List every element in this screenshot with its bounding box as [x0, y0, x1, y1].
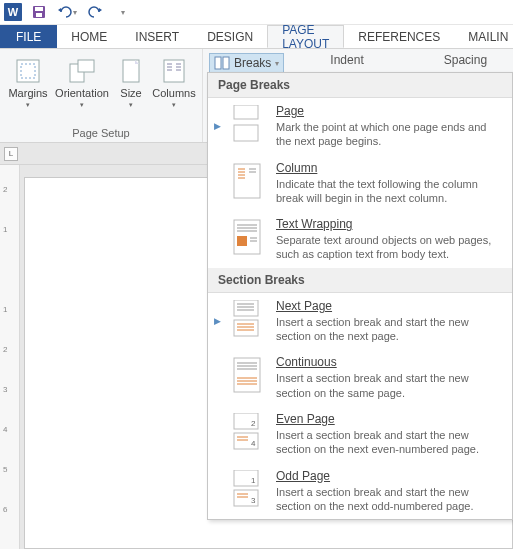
svg-text:1: 1 — [251, 476, 256, 485]
page-break-icon — [230, 104, 266, 144]
undo-icon — [57, 5, 73, 19]
ruler-tick: 6 — [3, 505, 7, 514]
word-icon: W — [4, 3, 22, 21]
svg-rect-3 — [17, 60, 39, 82]
break-option-next-page[interactable]: ▶ Next PageInsert a section break and st… — [208, 293, 512, 350]
next-page-icon — [230, 299, 266, 339]
break-option-odd-page[interactable]: 13 Odd PageInsert a section break and st… — [208, 463, 512, 520]
column-break-icon — [230, 161, 266, 201]
option-desc: Insert a section break and start the new… — [276, 315, 504, 344]
dropdown-header-section-breaks: Section Breaks — [208, 268, 512, 293]
svg-rect-16 — [223, 57, 229, 69]
break-option-text-wrapping[interactable]: Text WrappingSeparate text around object… — [208, 211, 512, 268]
orientation-icon — [66, 57, 98, 85]
tab-selector-button[interactable]: L — [4, 147, 18, 161]
save-icon — [32, 5, 46, 19]
svg-rect-18 — [234, 125, 258, 141]
caret-down-icon: ▾ — [80, 101, 84, 109]
orientation-button[interactable]: Orientation ▾ — [54, 53, 110, 125]
redo-icon — [87, 5, 103, 19]
caret-down-icon: ▾ — [172, 101, 176, 109]
size-label: Size — [120, 87, 141, 99]
ruler-tick: 4 — [3, 425, 7, 434]
margins-icon — [12, 57, 44, 85]
option-title: Text Wrapping — [276, 217, 504, 231]
svg-rect-15 — [215, 57, 221, 69]
break-option-column[interactable]: ColumnIndicate that the text following t… — [208, 155, 512, 212]
option-title: Odd Page — [276, 469, 504, 483]
columns-label: Columns — [152, 87, 195, 99]
svg-rect-1 — [35, 7, 43, 11]
svg-rect-37 — [234, 320, 258, 336]
selection-arrow-icon: ▶ — [214, 299, 220, 344]
option-title: Page — [276, 104, 504, 118]
margins-label: Margins — [8, 87, 47, 99]
option-desc: Insert a section break and start the new… — [276, 371, 504, 400]
breaks-button[interactable]: Breaks ▾ — [209, 53, 284, 73]
option-title: Continuous — [276, 355, 504, 369]
continuous-icon — [230, 355, 266, 395]
svg-rect-17 — [234, 105, 258, 119]
orientation-label: Orientation — [55, 87, 109, 99]
caret-down-icon: ▾ — [26, 101, 30, 109]
quick-access-toolbar: W ▾ ▾ — [0, 0, 513, 25]
vertical-ruler[interactable]: 2 1 1 2 3 4 5 6 — [0, 165, 20, 549]
columns-button[interactable]: Columns ▾ — [152, 53, 196, 125]
tab-home[interactable]: HOME — [57, 25, 121, 48]
size-icon — [115, 57, 147, 85]
break-option-even-page[interactable]: 24 Even PageInsert a section break and s… — [208, 406, 512, 463]
break-option-page[interactable]: ▶ PageMark the point at which one page e… — [208, 98, 512, 155]
option-desc: Indicate that the text following the col… — [276, 177, 504, 206]
ruler-tick: 5 — [3, 465, 7, 474]
tab-page-layout[interactable]: PAGE LAYOUT — [267, 25, 344, 48]
ruler-tick: 1 — [3, 305, 7, 314]
ribbon-tabs: FILE HOME INSERT DESIGN PAGE LAYOUT REFE… — [0, 25, 513, 49]
save-button[interactable] — [28, 2, 50, 22]
ribbon: Margins ▾ Orientation ▾ Size ▾ Columns ▾… — [0, 49, 513, 143]
tab-file[interactable]: FILE — [0, 25, 57, 48]
ruler-tick: 1 — [3, 225, 7, 234]
tab-mailings[interactable]: MAILIN — [454, 25, 513, 48]
caret-down-icon: ▾ — [275, 59, 279, 68]
redo-button[interactable] — [84, 2, 106, 22]
option-title: Column — [276, 161, 504, 175]
tab-design[interactable]: DESIGN — [193, 25, 267, 48]
tab-insert[interactable]: INSERT — [121, 25, 193, 48]
option-desc: Insert a section break and start the new… — [276, 428, 504, 457]
text-wrapping-icon — [230, 217, 266, 257]
breaks-icon — [214, 56, 230, 70]
ruler-tick: 3 — [3, 385, 7, 394]
caret-down-icon: ▾ — [73, 8, 77, 17]
svg-text:2: 2 — [251, 419, 256, 428]
option-desc: Mark the point at which one page ends an… — [276, 120, 504, 149]
even-page-icon: 24 — [230, 412, 266, 452]
group-page-setup: Margins ▾ Orientation ▾ Size ▾ Columns ▾… — [0, 49, 203, 142]
caret-down-icon: ▾ — [129, 101, 133, 109]
dropdown-header-page-breaks: Page Breaks — [208, 73, 512, 98]
group-title-page-setup: Page Setup — [72, 125, 130, 140]
svg-text:4: 4 — [251, 439, 256, 448]
svg-rect-19 — [234, 164, 260, 198]
breaks-dropdown: Page Breaks ▶ PageMark the point at whic… — [207, 72, 513, 520]
ruler-tick: 2 — [3, 345, 7, 354]
size-button[interactable]: Size ▾ — [114, 53, 148, 125]
undo-button[interactable]: ▾ — [56, 2, 78, 22]
svg-rect-27 — [237, 236, 247, 246]
margins-button[interactable]: Margins ▾ — [6, 53, 50, 125]
svg-rect-33 — [234, 300, 258, 316]
customize-qat-button[interactable]: ▾ — [112, 2, 134, 22]
option-title: Even Page — [276, 412, 504, 426]
svg-rect-2 — [36, 13, 42, 17]
svg-text:3: 3 — [251, 496, 256, 505]
option-title: Next Page — [276, 299, 504, 313]
odd-page-icon: 13 — [230, 469, 266, 509]
svg-rect-8 — [164, 60, 184, 82]
tab-references[interactable]: REFERENCES — [344, 25, 454, 48]
columns-icon — [158, 57, 190, 85]
break-option-continuous[interactable]: ContinuousInsert a section break and sta… — [208, 349, 512, 406]
option-desc: Insert a section break and start the new… — [276, 485, 504, 514]
caret-down-icon: ▾ — [121, 8, 125, 17]
selection-arrow-icon: ▶ — [214, 104, 220, 149]
breaks-label: Breaks — [234, 56, 271, 70]
svg-rect-6 — [78, 60, 94, 72]
